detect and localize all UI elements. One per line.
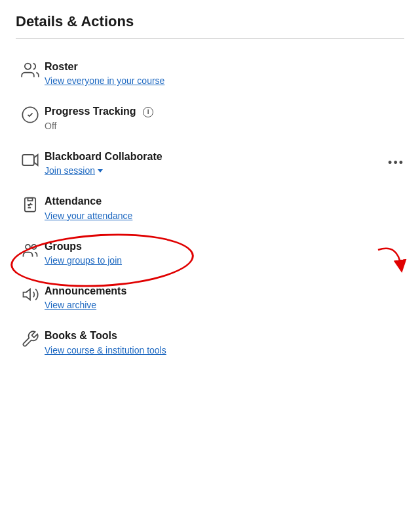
progress-tracking-status: Off — [45, 121, 404, 131]
attendance-title: Attendance — [45, 194, 404, 209]
video-icon — [21, 151, 39, 169]
roster-content: Roster View everyone in your course — [45, 60, 404, 86]
groups-icon — [16, 239, 45, 259]
roster-item: Roster View everyone in your course — [16, 51, 404, 95]
progress-tracking-content: Progress Tracking i Off — [45, 104, 404, 131]
section-divider — [16, 38, 404, 39]
info-icon[interactable]: i — [143, 107, 153, 117]
books-tools-link[interactable]: View course & institution tools — [45, 345, 404, 355]
megaphone-icon — [21, 285, 39, 304]
books-tools-content: Books & Tools View course & institution … — [45, 329, 404, 355]
attendance-item: Attendance View your attendance — [16, 185, 404, 230]
announcements-link[interactable]: View archive — [45, 300, 404, 310]
progress-tracking-icon — [16, 104, 45, 124]
blackboard-content: Blackboard Collaborate Join session — [45, 150, 404, 176]
page-title: Details & Actions — [16, 13, 404, 30]
roster-icon — [16, 60, 45, 79]
blackboard-collaborate-item: Blackboard Collaborate Join session ••• — [16, 140, 404, 185]
users-icon — [21, 61, 39, 79]
roster-title: Roster — [45, 60, 404, 74]
groups-content: Groups View groups to join — [45, 239, 404, 266]
blackboard-link[interactable]: Join session — [45, 165, 95, 176]
groups-link[interactable]: View groups to join — [45, 255, 404, 266]
svg-marker-3 — [34, 155, 38, 165]
svg-point-7 — [26, 244, 30, 249]
books-tools-item: Books & Tools View course & institution … — [16, 319, 404, 364]
progress-tracking-item: Progress Tracking i Off — [16, 95, 404, 140]
groups-item: Groups View groups to join — [16, 230, 404, 275]
announcements-item: Announcements View archive — [16, 275, 404, 319]
users-group-icon — [21, 241, 39, 259]
groups-title: Groups — [45, 239, 404, 254]
attendance-icon — [16, 194, 45, 214]
books-tools-title: Books & Tools — [45, 329, 404, 343]
svg-point-8 — [31, 244, 36, 249]
more-options-button[interactable]: ••• — [388, 155, 404, 169]
announcements-content: Announcements View archive — [45, 284, 404, 310]
roster-link[interactable]: View everyone in your course — [45, 75, 404, 86]
attendance-link[interactable]: View your attendance — [45, 211, 404, 221]
blackboard-link-row: Join session — [45, 165, 404, 176]
join-session-dropdown[interactable] — [98, 169, 103, 172]
svg-point-0 — [25, 64, 31, 70]
attendance-content: Attendance View your attendance — [45, 194, 404, 220]
blackboard-icon — [16, 150, 45, 169]
announcements-title: Announcements — [45, 284, 404, 298]
svg-rect-2 — [22, 155, 34, 165]
announcements-icon — [16, 284, 45, 304]
blackboard-title: Blackboard Collaborate — [45, 150, 404, 164]
wrench-icon — [21, 330, 39, 348]
books-tools-icon — [16, 329, 45, 348]
progress-tracking-title: Progress Tracking i — [45, 104, 404, 119]
check-circle-icon — [21, 106, 39, 124]
clipboard-icon — [21, 195, 39, 214]
details-actions-list: Roster View everyone in your course Prog… — [16, 51, 404, 365]
